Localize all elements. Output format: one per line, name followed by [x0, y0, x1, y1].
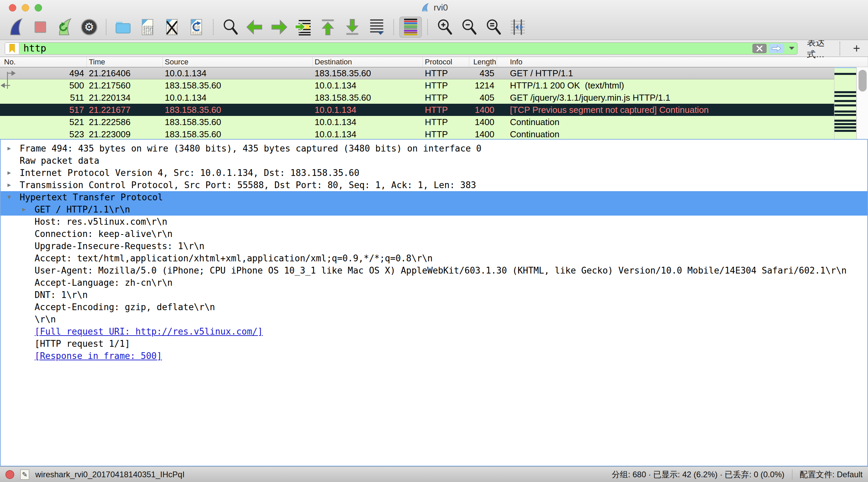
display-filter-input[interactable]: http	[5, 42, 797, 55]
auto-scroll-button[interactable]	[366, 17, 388, 38]
apply-filter-button[interactable]	[769, 44, 784, 53]
detail-link[interactable]: [Full request URI: http://res.v5linux.co…	[1, 326, 263, 337]
svg-text:⚙: ⚙	[84, 20, 94, 34]
collapse-icon[interactable]: ▼	[7, 194, 11, 200]
detail-row[interactable]: Accept-Encoding: gzip, deflate\r\n	[1, 301, 867, 313]
cell-source: 183.158.35.60	[163, 80, 313, 91]
column-header-protocol[interactable]: Protocol	[423, 57, 469, 67]
titlebar: rvi0	[0, 0, 868, 15]
expand-icon[interactable]: ▶	[7, 181, 11, 188]
detail-row[interactable]: Upgrade-Insecure-Requests: 1\r\n	[1, 240, 867, 252]
scrollbar-thumb[interactable]	[859, 70, 867, 92]
detail-row[interactable]: Connection: keep-alive\r\n	[1, 228, 867, 240]
cell-length: 435	[469, 68, 497, 79]
column-header-time[interactable]: Time	[87, 57, 163, 67]
filter-history-dropdown[interactable]	[789, 47, 794, 50]
detail-text: Host: res.v5linux.com\r\n	[1, 217, 167, 227]
go-previous-button[interactable]	[243, 17, 266, 38]
cell-destination: 10.0.1.134	[313, 117, 423, 127]
packet-row[interactable]: 52321.223009183.158.35.6010.0.1.134HTTP1…	[0, 128, 868, 139]
detail-row[interactable]: Host: res.v5linux.com\r\n	[1, 216, 867, 228]
detail-row[interactable]: Accept-Language: zh-cn\r\n	[1, 277, 867, 289]
detail-text: [HTTP request 1/1]	[1, 339, 130, 349]
column-header-source[interactable]: Source	[163, 57, 313, 67]
zoom-out-button[interactable]	[458, 17, 480, 38]
close-file-icon: 010100110101110	[162, 18, 181, 37]
expand-icon[interactable]: ▶	[7, 169, 11, 176]
column-header-length[interactable]: Length	[469, 57, 497, 67]
cell-length: 405	[469, 93, 497, 103]
add-filter-button[interactable]: +	[850, 41, 863, 56]
clear-filter-button[interactable]	[752, 44, 767, 53]
go-last-packet-button[interactable]	[341, 17, 363, 38]
cell-protocol: HTTP	[423, 105, 469, 115]
packet-row[interactable]: 49421.21640610.0.1.134183.158.35.60HTTP4…	[0, 67, 868, 79]
detail-text: Raw packet data	[1, 156, 99, 166]
stop-capture-icon	[31, 18, 50, 37]
expand-icon[interactable]: ▶	[7, 145, 11, 152]
window-title: rvi0	[434, 2, 448, 13]
zoom-in-button[interactable]	[433, 17, 456, 38]
detail-text: Internet Protocol Version 4, Src: 10.0.1…	[1, 168, 359, 178]
resize-columns-button[interactable]	[507, 17, 529, 38]
detail-row[interactable]: [HTTP request 1/1]	[1, 338, 867, 350]
packet-list-scrollbar[interactable]	[856, 67, 868, 139]
filter-bookmark-button[interactable]	[5, 43, 19, 54]
restart-capture-button[interactable]	[54, 17, 76, 38]
expert-info-icon[interactable]	[5, 470, 14, 479]
cell-length: 1400	[469, 105, 497, 115]
capture-filename: wireshark_rvi0_20170418140351_IHcPqI	[35, 470, 184, 479]
packet-row[interactable]: 52121.222586183.158.35.6010.0.1.134HTTP1…	[0, 116, 868, 128]
display-filter-value[interactable]: http	[19, 43, 752, 54]
detail-row[interactable]: ▶Transmission Control Protocol, Src Port…	[1, 179, 867, 191]
detail-row[interactable]: ▼Hypertext Transfer Protocol	[1, 191, 867, 203]
detail-row[interactable]: \r\n	[1, 313, 867, 325]
column-header-no[interactable]: No.	[0, 57, 87, 67]
zoom-window-button[interactable]	[35, 4, 42, 12]
go-next-button[interactable]	[268, 17, 290, 38]
toolbar-separator	[427, 19, 428, 35]
svg-text:01110: 01110	[192, 31, 202, 35]
detail-row[interactable]: User-Agent: Mozilla/5.0 (iPhone; CPU iPh…	[1, 264, 867, 277]
cell-info: GET / HTTP/1.1	[497, 68, 868, 79]
detail-row[interactable]: DNT: 1\r\n	[1, 289, 867, 301]
detail-link[interactable]: [Response in frame: 500]	[1, 351, 162, 361]
reload-file-button[interactable]: 101001110	[185, 17, 208, 38]
go-to-packet-button[interactable]	[292, 17, 315, 38]
packet-row[interactable]: 50021.217560183.158.35.6010.0.1.134HTTP1…	[0, 79, 868, 92]
packet-row[interactable]: 51721.221677183.158.35.6010.0.1.134HTTP1…	[0, 104, 868, 116]
detail-row[interactable]: [Response in frame: 500]	[1, 350, 867, 362]
detail-row[interactable]: ▶Frame 494: 435 bytes on wire (3480 bits…	[1, 142, 867, 155]
detail-row[interactable]: ▶GET / HTTP/1.1\r\n	[1, 203, 867, 216]
capture-comment-icon[interactable]: ✎	[20, 469, 29, 480]
packet-row[interactable]: 51121.22013410.0.1.134183.158.35.60HTTP4…	[0, 92, 868, 104]
detail-row[interactable]: Raw packet data	[1, 155, 867, 167]
save-file-button[interactable]: 010100110101110	[136, 17, 159, 38]
zoom-100-button[interactable]	[482, 17, 505, 38]
expression-button[interactable]: 表达式…	[807, 37, 830, 60]
go-to-packet-icon	[294, 18, 313, 37]
open-file-button[interactable]	[112, 17, 134, 38]
close-file-button[interactable]: 010100110101110	[161, 17, 183, 38]
detail-row[interactable]: [Full request URI: http://res.v5linux.co…	[1, 325, 867, 338]
column-header-info[interactable]: Info	[497, 57, 868, 67]
cell-no: 521	[0, 117, 87, 127]
cell-info: [TCP Previous segment not captured] Cont…	[497, 105, 868, 115]
close-window-button[interactable]	[9, 4, 16, 12]
profile-label[interactable]: 配置文件: Default	[800, 469, 863, 480]
expand-icon[interactable]: ▶	[22, 206, 26, 213]
colorize-packets-button[interactable]	[399, 17, 422, 38]
cell-protocol: HTTP	[423, 117, 469, 127]
cell-time: 21.221677	[87, 105, 163, 115]
detail-row[interactable]: ▶Internet Protocol Version 4, Src: 10.0.…	[1, 167, 867, 179]
intelligent-scrollbar-minimap[interactable]	[834, 67, 856, 139]
stop-capture-button[interactable]	[29, 17, 52, 38]
find-packet-button[interactable]	[219, 17, 241, 38]
go-first-packet-button[interactable]	[317, 17, 339, 38]
detail-row[interactable]: Accept: text/html,application/xhtml+xml,…	[1, 252, 867, 264]
cell-info: Continuation	[497, 129, 868, 139]
capture-options-button[interactable]: ⚙	[78, 17, 100, 38]
start-capture-button[interactable]	[5, 17, 27, 38]
column-header-destination[interactable]: Destination	[313, 57, 423, 67]
minimize-window-button[interactable]	[22, 4, 29, 12]
